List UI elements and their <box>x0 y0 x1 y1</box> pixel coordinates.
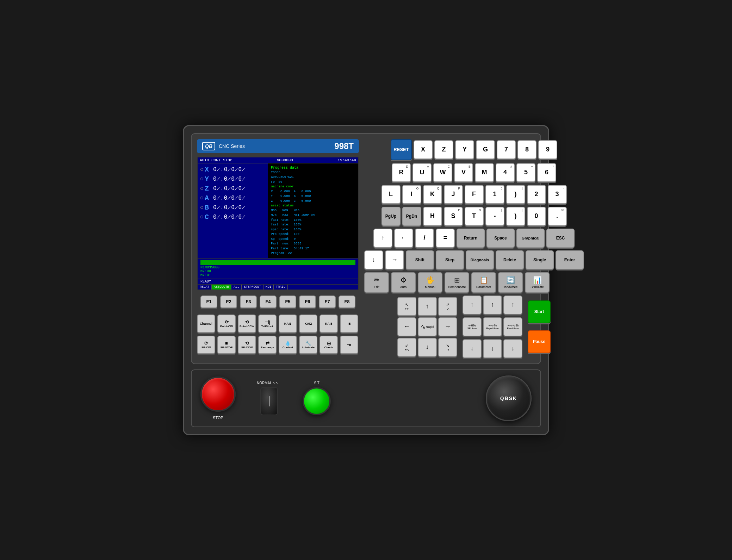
jog-dn-mid[interactable]: ↓ <box>463 339 482 358</box>
key-graphical[interactable]: Graphical <box>516 229 545 248</box>
key-up-arrow[interactable]: ↑ <box>373 229 392 248</box>
rate-rapid[interactable]: ∿∿% Rapid-Rate <box>483 317 502 336</box>
btn-manual[interactable]: 🖐 Manual <box>418 272 442 293</box>
key-return[interactable]: Return <box>457 229 485 248</box>
fkey-f5[interactable]: F5 <box>279 295 296 308</box>
tab-absolute[interactable]: ABSOLUTE <box>212 285 231 290</box>
key-x[interactable]: X <box>414 140 433 159</box>
key-r[interactable]: RD <box>392 163 411 182</box>
key-t[interactable]: TN <box>465 207 484 226</box>
tab-mdi[interactable]: MDI <box>263 285 274 290</box>
btn-parameter[interactable]: 📋 Parameter <box>471 272 496 293</box>
key-g[interactable]: G <box>476 140 495 159</box>
key-f[interactable]: F <box>465 185 484 204</box>
screen-tabs[interactable]: RELAT ABSOLUTE ALL STEP/CONT MDI TRAIL <box>198 284 358 290</box>
key-1[interactable]: 1( <box>485 185 504 204</box>
key-diagnosis[interactable]: Diagnosis <box>466 250 494 269</box>
key-pgdn[interactable]: PgDn <box>402 207 421 226</box>
key-5[interactable]: 5+ <box>516 163 535 182</box>
key-6[interactable]: 6* <box>537 163 556 182</box>
key-m[interactable]: M <box>475 163 494 182</box>
jog-down-left[interactable]: ↙ +A <box>397 338 416 357</box>
btn-channel[interactable]: Channel <box>197 315 215 333</box>
key-shift[interactable]: Shift <box>406 250 434 269</box>
jog-up-left[interactable]: ↖ +Y <box>397 297 416 316</box>
key-8[interactable]: 8 <box>517 140 536 159</box>
jog-down-right[interactable]: ↘ -Y <box>438 338 457 357</box>
key-v[interactable]: VB <box>454 163 473 182</box>
btn-tailstock[interactable]: ⊣|TailStock <box>258 315 277 333</box>
btn-sp-ccw[interactable]: ⟲SP-CCW <box>238 336 256 354</box>
fkey-f2[interactable]: F2 <box>220 295 237 308</box>
btn-handwheel[interactable]: 🔄 Handwheel <box>498 272 523 293</box>
key-single[interactable]: Single <box>526 250 554 269</box>
key-k[interactable]: KQ <box>423 185 442 204</box>
btn-kai1[interactable]: KAI1 <box>279 315 297 333</box>
jog-up[interactable]: ↑ <box>418 297 437 316</box>
key-9[interactable]: 9 <box>538 140 557 159</box>
handwheel-knob[interactable]: QBSK <box>486 375 532 421</box>
btn-kai2[interactable]: KAI2 <box>299 315 317 333</box>
btn-sp-stop[interactable]: ■SP-STOP <box>217 336 236 354</box>
fkey-f3[interactable]: F3 <box>240 295 257 308</box>
key-2[interactable]: 2 <box>527 185 546 204</box>
btn-lubricate[interactable]: 🔧Lubricate <box>299 336 317 354</box>
jog-dn-mid2[interactable]: ↓ <box>483 339 502 358</box>
key-7[interactable]: 7 <box>497 140 516 159</box>
rate-feed[interactable]: ∿∿∿% Feed-Rate <box>503 317 522 336</box>
key-4[interactable]: 4# <box>496 163 515 182</box>
emergency-stop-button[interactable] <box>200 377 236 412</box>
btn-minus-b[interactable]: -B <box>340 315 358 333</box>
jog-up-mid3[interactable]: ↑ <box>503 295 522 315</box>
key-u[interactable]: UA <box>412 163 432 182</box>
key-pgup[interactable]: PgUp <box>381 207 401 226</box>
key-close-paren[interactable]: )] <box>506 185 525 204</box>
jog-up-mid[interactable]: ↑ <box>463 295 482 315</box>
key-l[interactable]: L <box>381 185 401 204</box>
jog-dn-mid3[interactable]: ↓ <box>503 339 522 358</box>
key-step[interactable]: Step <box>436 250 464 269</box>
btn-sp-cw[interactable]: ⟳SP-CW <box>197 336 215 354</box>
key-y[interactable]: Y <box>455 140 474 159</box>
key-minus[interactable]: -[ <box>485 207 504 226</box>
key-enter[interactable]: Enter <box>556 250 584 269</box>
fkey-f6[interactable]: F6 <box>299 295 316 308</box>
key-left-arrow[interactable]: ← <box>394 229 413 248</box>
tab-all[interactable]: ALL <box>231 285 242 290</box>
key-slash[interactable]: / <box>415 229 434 248</box>
btn-exchange[interactable]: ⇄Exchange <box>258 336 277 354</box>
key-equals[interactable]: = <box>436 229 455 248</box>
key-h[interactable]: H <box>423 207 442 226</box>
jog-rapid[interactable]: ∿ Rapid <box>418 317 437 336</box>
btn-auto[interactable]: ⚙ Auto <box>391 272 416 293</box>
btn-point-cw[interactable]: ⟳Point-CW <box>217 315 236 333</box>
btn-point-ccw[interactable]: ⟲Point-CCW <box>238 315 256 333</box>
key-s[interactable]: SE <box>444 207 463 226</box>
fkey-f8[interactable]: F8 <box>339 295 355 308</box>
st-button[interactable] <box>303 387 331 415</box>
tab-relat[interactable]: RELAT <box>198 285 212 290</box>
key-z[interactable]: Z <box>434 140 453 159</box>
btn-compensate[interactable]: ⊞ Compensate <box>445 272 469 293</box>
key-right-arrow[interactable]: → <box>385 250 404 269</box>
fkey-f1[interactable]: F1 <box>200 295 217 308</box>
key-esc[interactable]: ESC <box>546 229 575 248</box>
key-down-arrow[interactable]: ↓ <box>364 250 383 269</box>
key-j[interactable]: JP <box>444 185 463 204</box>
rate-sp[interactable]: ∿0% SP-Rate <box>463 317 482 336</box>
fkey-f7[interactable]: F7 <box>319 295 336 308</box>
jog-down[interactable]: ↓ <box>418 338 437 357</box>
key-reset[interactable]: RESET <box>391 139 412 160</box>
key-delete[interactable]: Delete <box>496 250 524 269</box>
jog-right[interactable]: → <box>438 317 457 336</box>
key-dot[interactable]: .% <box>548 207 567 226</box>
jog-left[interactable]: ← <box>397 317 416 336</box>
btn-plus-b[interactable]: +B <box>340 336 358 354</box>
mode-selector-knob[interactable] <box>260 387 278 415</box>
btn-stimulate[interactable]: 📊 Stimulate <box>525 272 550 293</box>
btn-coolant[interactable]: 💧Coolant <box>279 336 297 354</box>
key-space[interactable]: Space <box>486 229 515 248</box>
key-i[interactable]: IO <box>402 185 421 204</box>
key-0[interactable]: 0 <box>527 207 546 226</box>
btn-pause[interactable]: Pause <box>528 330 551 353</box>
